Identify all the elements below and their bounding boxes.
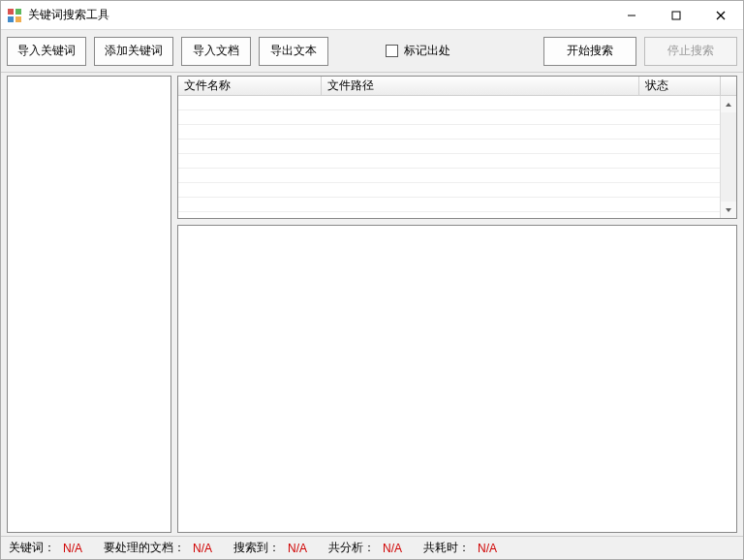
table-row (178, 169, 736, 183)
checkbox-icon (386, 45, 398, 57)
stop-search-button: 停止搜索 (644, 37, 737, 66)
table-row (178, 110, 736, 125)
minimize-button[interactable] (609, 1, 654, 29)
mark-source-checkbox[interactable]: 标记出处 (369, 43, 466, 59)
export-text-button[interactable]: 导出文本 (259, 37, 328, 66)
column-header-scroll-gap (721, 77, 736, 95)
table-row (178, 96, 736, 110)
main-area: 文件名称 文件路径 状态 (1, 73, 743, 536)
status-elapsed-value: N/A (478, 542, 497, 555)
table-row (178, 154, 736, 169)
svg-marker-9 (726, 208, 731, 212)
right-column: 文件名称 文件路径 状态 (177, 76, 737, 533)
svg-marker-8 (726, 103, 731, 107)
import-keywords-button[interactable]: 导入关键词 (7, 37, 86, 66)
maximize-button[interactable] (654, 1, 698, 29)
file-list-header: 文件名称 文件路径 状态 (178, 77, 736, 96)
table-row (178, 183, 736, 198)
svg-rect-3 (16, 16, 21, 22)
status-found-value: N/A (288, 542, 307, 555)
file-list-pane: 文件名称 文件路径 状态 (177, 76, 737, 219)
table-row (178, 140, 736, 154)
column-header-filepath[interactable]: 文件路径 (322, 77, 639, 95)
toolbar: 导入关键词 添加关键词 导入文档 导出文本 标记出处 开始搜索 停止搜索 (1, 30, 743, 73)
file-list-scrollbar[interactable] (720, 96, 736, 218)
column-header-status[interactable]: 状态 (639, 77, 721, 95)
status-docs-value: N/A (193, 542, 212, 555)
output-pane[interactable] (177, 225, 737, 533)
status-elapsed-label: 共耗时： (423, 540, 470, 556)
keyword-list-pane[interactable] (7, 76, 171, 533)
titlebar: 关键词搜索工具 (1, 1, 743, 30)
scroll-up-icon[interactable] (721, 96, 736, 112)
status-keywords-value: N/A (63, 542, 82, 555)
table-row (178, 198, 736, 212)
svg-rect-0 (8, 9, 14, 15)
window-controls (609, 1, 743, 29)
status-keywords-label: 关键词： (9, 540, 55, 556)
status-analyzed-label: 共分析： (328, 540, 375, 556)
svg-rect-2 (8, 16, 14, 22)
file-list-body[interactable] (178, 96, 736, 218)
svg-rect-5 (672, 12, 680, 19)
column-header-filename[interactable]: 文件名称 (178, 77, 322, 95)
window-title: 关键词搜索工具 (28, 7, 609, 23)
import-docs-button[interactable]: 导入文档 (181, 37, 251, 66)
start-search-button[interactable]: 开始搜索 (543, 37, 636, 66)
scroll-down-icon[interactable] (721, 202, 736, 218)
add-keywords-button[interactable]: 添加关键词 (94, 37, 173, 66)
table-row (178, 125, 736, 140)
svg-rect-1 (16, 9, 21, 15)
status-analyzed-value: N/A (383, 542, 402, 555)
status-docs-label: 要处理的文档： (104, 540, 185, 556)
status-found-label: 搜索到： (233, 540, 280, 556)
mark-source-label: 标记出处 (404, 43, 450, 59)
app-icon (7, 8, 22, 23)
close-button[interactable] (698, 1, 743, 29)
app-window: 关键词搜索工具 导入关键词 添加关键词 导入文档 导出文本 标记出处 开始搜索 … (0, 0, 744, 560)
scroll-track[interactable] (721, 112, 736, 202)
statusbar: 关键词： N/A 要处理的文档： N/A 搜索到： N/A 共分析： N/A 共… (1, 536, 743, 559)
